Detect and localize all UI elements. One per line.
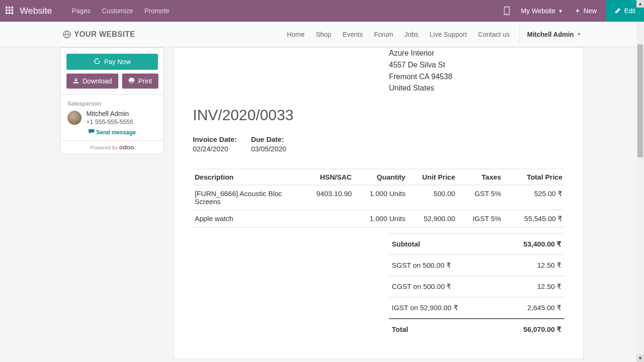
- svg-rect-1: [8, 7, 10, 8]
- scrollbar[interactable]: [636, 22, 644, 359]
- line-unit-price: 500.00: [407, 185, 457, 210]
- due-date-block: Due Date: 03/05/2020: [251, 135, 286, 153]
- total-label: Total: [392, 325, 408, 334]
- col-description: Description: [193, 169, 300, 185]
- pay-now-button[interactable]: Pay Now: [66, 54, 158, 70]
- my-website-label: My Website: [521, 7, 555, 15]
- powered-brand[interactable]: odoo: [119, 144, 134, 151]
- total-row: Total 56,070.00 ₹: [389, 318, 564, 340]
- line-taxes: IGST 5%: [457, 210, 503, 228]
- col-hsn: HSN/SAC: [300, 169, 354, 185]
- sgst-value: 12.50 ₹: [537, 261, 561, 270]
- svg-rect-8: [11, 12, 13, 14]
- line-quantity: 1.000 Units: [354, 185, 407, 210]
- addr-city: Fremont CA 94538: [389, 71, 564, 83]
- cgst-row: CGST on 500.00 ₹ 12.50 ₹: [389, 276, 564, 297]
- download-button[interactable]: Download: [66, 74, 118, 89]
- svg-rect-7: [8, 12, 10, 14]
- menu-customize[interactable]: Customize: [96, 7, 139, 15]
- globe-icon: [63, 30, 71, 39]
- due-date-value: 03/05/2020: [251, 145, 286, 153]
- new-button[interactable]: ＋ New: [569, 7, 603, 15]
- site-logo[interactable]: YOUR WEBSITE: [63, 30, 135, 39]
- pay-now-label: Pay Now: [104, 58, 131, 66]
- subtotal-row: Subtotal 53,400.00 ₹: [389, 233, 564, 255]
- brand-title[interactable]: Website: [20, 6, 52, 16]
- print-label: Print: [138, 77, 152, 85]
- subtotal-label: Subtotal: [392, 240, 420, 248]
- addr-country: United States: [389, 82, 564, 94]
- igst-row: IGST on 52,900.00 ₹ 2,645.00 ₹: [389, 297, 564, 318]
- nav-user-name: Mitchell Admin: [527, 31, 574, 38]
- menu-pages[interactable]: Pages: [66, 7, 96, 15]
- send-message-label: Send message: [96, 129, 136, 136]
- svg-rect-2: [11, 7, 13, 8]
- send-message-link[interactable]: Send message: [67, 129, 157, 136]
- caret-down-icon: ▼: [577, 32, 581, 37]
- download-label: Download: [83, 77, 112, 85]
- line-description: Apple watch: [193, 210, 300, 228]
- line-quantity: 1.000 Units: [354, 210, 407, 228]
- pencil-icon: [615, 7, 621, 15]
- plus-icon: ＋: [574, 7, 581, 15]
- sidebar: Pay Now Download Print: [60, 47, 164, 154]
- table-row: Apple watch 1.000 Units 52,900.00 IGST 5…: [193, 210, 564, 228]
- invoice-date-label: Invoice Date:: [193, 135, 237, 143]
- invoice-document: Azure Interior 4557 De Silva St Fremont …: [173, 47, 584, 359]
- invoice-date-value: 02/24/2020: [193, 145, 237, 153]
- refresh-icon: [94, 58, 100, 66]
- nav-shop[interactable]: Shop: [310, 31, 337, 38]
- line-description: [FURN_6666] Acoustic Bloc Screens: [193, 185, 300, 210]
- line-hsn: 9403.10.90: [300, 185, 354, 210]
- scroll-up-arrow[interactable]: ▲: [636, 0, 644, 8]
- cgst-label: CGST on 500.00 ₹: [392, 282, 451, 291]
- download-icon: [73, 77, 79, 85]
- line-total: 525.00 ₹: [503, 185, 564, 210]
- scroll-thumb[interactable]: [637, 44, 643, 157]
- print-icon: [129, 77, 134, 85]
- salesperson-name: Mitchell Admin: [86, 110, 133, 117]
- powered-by: Powered by odoo: [61, 140, 164, 154]
- caret-down-icon: ▼: [558, 8, 563, 14]
- topbar: Website Pages Customize Promote My Websi…: [0, 0, 644, 22]
- line-total: 55,545.00 ₹: [503, 210, 564, 228]
- subtotal-value: 53,400.00 ₹: [523, 240, 561, 248]
- line-taxes: GST 5%: [457, 185, 503, 210]
- nav-home[interactable]: Home: [281, 31, 310, 38]
- my-website-dropdown[interactable]: My Website ▼: [515, 7, 569, 15]
- edit-label: Edit: [624, 7, 636, 15]
- comment-icon: [89, 129, 94, 136]
- site-logo-text: YOUR WEBSITE: [74, 30, 135, 39]
- table-header-row: Description HSN/SAC Quantity Unit Price …: [193, 169, 564, 185]
- salesperson-heading: Salesperson: [67, 100, 157, 107]
- avatar: [67, 111, 82, 125]
- nav-jobs[interactable]: Jobs: [399, 31, 424, 38]
- sgst-row: SGST on 500.00 ₹ 12.50 ₹: [389, 255, 564, 276]
- line-unit-price: 52,900.00: [407, 210, 457, 228]
- nav-live-support[interactable]: Live Support: [424, 31, 473, 38]
- svg-point-10: [506, 13, 507, 14]
- scroll-down-arrow[interactable]: ▼: [636, 354, 644, 359]
- apps-icon[interactable]: [6, 7, 13, 16]
- col-taxes: Taxes: [457, 169, 503, 185]
- svg-rect-6: [6, 12, 8, 14]
- due-date-label: Due Date:: [251, 135, 286, 143]
- print-button[interactable]: Print: [122, 74, 158, 89]
- billing-address: Azure Interior 4557 De Silva St Fremont …: [389, 48, 564, 94]
- cgst-value: 12.50 ₹: [537, 282, 561, 291]
- total-value: 56,070.00 ₹: [523, 325, 561, 334]
- nav-forum[interactable]: Forum: [368, 31, 398, 38]
- addr-street: 4557 De Silva St: [389, 59, 564, 71]
- nav-events[interactable]: Events: [337, 31, 369, 38]
- svg-rect-3: [6, 9, 8, 11]
- nav-user-dropdown[interactable]: Mitchell Admin ▼: [519, 25, 581, 44]
- invoice-date-block: Invoice Date: 02/24/2020: [193, 135, 237, 153]
- mobile-preview-icon[interactable]: [498, 7, 515, 15]
- igst-value: 2,645.00 ₹: [527, 304, 561, 312]
- menu-promote[interactable]: Promote: [139, 7, 175, 15]
- invoice-number: INV/2020/0033: [193, 107, 564, 124]
- powered-by-text: Powered by: [91, 145, 118, 150]
- sgst-label: SGST on 500.00 ₹: [392, 261, 451, 270]
- table-row: [FURN_6666] Acoustic Bloc Screens 9403.1…: [193, 185, 564, 210]
- nav-contact-us[interactable]: Contact us: [472, 31, 515, 38]
